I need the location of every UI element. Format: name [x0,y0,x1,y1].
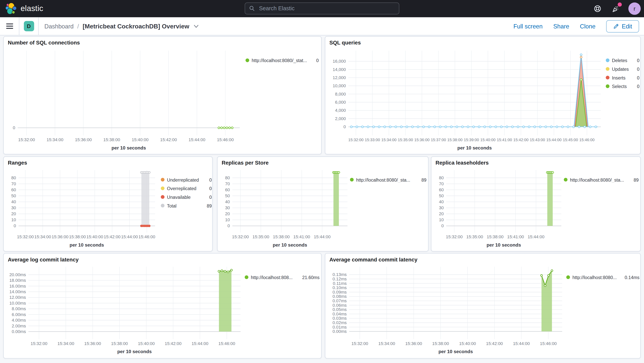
svg-text:15:38:00: 15:38:00 [111,341,128,346]
legend-dot [606,67,610,71]
legend-item[interactable]: Underreplicated0 [161,175,212,184]
menu-button[interactable] [0,17,19,35]
user-avatar[interactable]: r [628,3,641,15]
svg-text:0.00ms: 0.00ms [12,329,26,334]
svg-text:15:40:00: 15:40:00 [480,138,496,142]
svg-text:4.00ms: 4.00ms [12,318,26,322]
legend-dot [564,178,568,181]
legend-dot [161,186,164,190]
svg-text:15:46:00: 15:46:00 [579,138,594,142]
legend-value: 0 [209,177,212,182]
svg-text:15:35:00: 15:35:00 [398,138,413,142]
search-input[interactable] [258,5,395,12]
elastic-logo[interactable]: elastic [0,3,43,15]
svg-text:16.00ms: 16.00ms [9,284,26,288]
svg-text:15:42:00: 15:42:00 [514,138,529,142]
svg-text:15:40:00: 15:40:00 [132,137,148,142]
legend-label: Selects [612,84,627,89]
breadcrumb-separator: / [77,23,79,30]
svg-text:15:41:00: 15:41:00 [293,234,310,239]
legend-value: 0 [209,195,212,200]
legend-label: http://localhost:8080... [572,275,617,280]
legend-value: 89 [422,177,426,182]
elastic-logo-icon [5,3,18,15]
legend-item[interactable]: Deletes0 [606,56,640,65]
svg-text:15:42:00: 15:42:00 [165,341,182,346]
legend-label: http://localhost:8080/_sta... [570,177,624,182]
svg-text:per 10 seconds: per 10 seconds [457,145,492,150]
svg-text:0: 0 [441,223,444,228]
legend-value: 89 [207,203,212,208]
svg-text:0: 0 [13,125,15,130]
svg-text:15:44:00: 15:44:00 [546,138,562,142]
global-search[interactable] [244,3,399,15]
svg-text:50: 50 [225,193,230,198]
svg-text:15:34:00: 15:34:00 [58,341,74,346]
legend-value: 0 [637,75,640,80]
svg-text:15:40:00: 15:40:00 [459,341,476,346]
loglat-chart: 15:32:0015:34:0015:36:0015:38:0015:40:00… [4,263,244,356]
svg-text:15:32:00: 15:32:00 [232,234,249,239]
svg-text:30: 30 [225,205,230,210]
legend-item[interactable]: Updates0 [606,65,640,73]
svg-text:0.10ms: 0.10ms [332,285,347,290]
svg-text:15:44:00: 15:44:00 [192,341,208,346]
svg-text:10: 10 [11,217,16,222]
svg-text:80: 80 [439,175,444,180]
full-screen-button[interactable]: Full screen [514,23,542,30]
svg-text:70: 70 [225,181,230,186]
breadcrumb-dashboard[interactable]: Dashboard [44,23,74,30]
legend-value: 0 [637,58,640,63]
svg-text:14.00ms: 14.00ms [9,289,26,294]
panel-title: Number of SQL connections [4,37,321,46]
svg-text:per 10 seconds: per 10 seconds [486,242,521,247]
panel-title: Replicas per Store [218,157,428,166]
panel-replica-leaseholders: Replica leaseholders 15:32:0015:35:0015:… [431,156,641,252]
newsfeed-button[interactable] [610,3,621,14]
legend-item[interactable]: Total89 [161,201,212,210]
svg-text:15:40:00: 15:40:00 [138,341,155,346]
legend-item[interactable]: http://localhost:808...21.60ms [244,273,320,282]
svg-text:15:46:00: 15:46:00 [218,341,235,346]
clone-button[interactable]: Clone [580,23,596,30]
svg-text:20: 20 [11,211,16,216]
chevron-down-icon [194,25,199,28]
legend-item[interactable]: http://localhost:8080/_sta...89 [564,175,638,184]
svg-text:0.06ms: 0.06ms [332,303,347,308]
svg-text:15:34:00: 15:34:00 [46,137,64,142]
help-button[interactable] [592,3,603,14]
legend-label: Total [167,203,176,208]
panel-sql-connections: Number of SQL connections 15:32:0015:34:… [3,36,322,154]
edit-button[interactable]: Edit [606,20,639,32]
space-badge[interactable]: D [24,21,34,31]
svg-text:15:34:00: 15:34:00 [34,234,51,239]
svg-text:15:33:00: 15:33:00 [365,138,380,142]
panel-title: SQL queries [326,37,640,46]
legend-dot [161,195,164,199]
legend-item[interactable]: http://localhost:8080/_stat...0 [246,56,319,65]
svg-text:40: 40 [11,199,16,204]
breadcrumb: Dashboard / [Metricbeat CockroachDB] Ove… [39,23,199,30]
svg-text:15:32:00: 15:32:00 [30,341,47,346]
svg-text:15:32:00: 15:32:00 [446,234,463,239]
legend-label: http://localhost:808... [251,275,292,280]
legend-item[interactable]: http://localhost:8080...0.14ms [566,273,640,282]
svg-text:12.00ms: 12.00ms [9,295,26,300]
title-menu-button[interactable] [194,25,199,28]
svg-text:2.00ms: 2.00ms [12,323,26,328]
share-button[interactable]: Share [553,23,569,30]
svg-text:15:45:00: 15:45:00 [563,138,578,142]
legend-item[interactable]: http://localhost:8080/_sta...89 [350,175,426,184]
svg-text:15:36:00: 15:36:00 [84,341,101,346]
svg-text:30: 30 [439,205,444,210]
legend-item[interactable]: Unavailable0 [161,193,212,201]
svg-text:15:46:00: 15:46:00 [138,234,155,239]
legend-item[interactable]: Selects0 [606,82,640,91]
legend-value: 0 [316,58,318,63]
svg-text:10: 10 [225,217,230,222]
svg-text:0.02ms: 0.02ms [332,320,347,325]
svg-text:0.05ms: 0.05ms [332,307,347,312]
legend-item[interactable]: Inserts0 [606,73,640,82]
svg-text:15:39:00: 15:39:00 [464,138,479,142]
legend-item[interactable]: Overreplicated0 [161,184,212,193]
